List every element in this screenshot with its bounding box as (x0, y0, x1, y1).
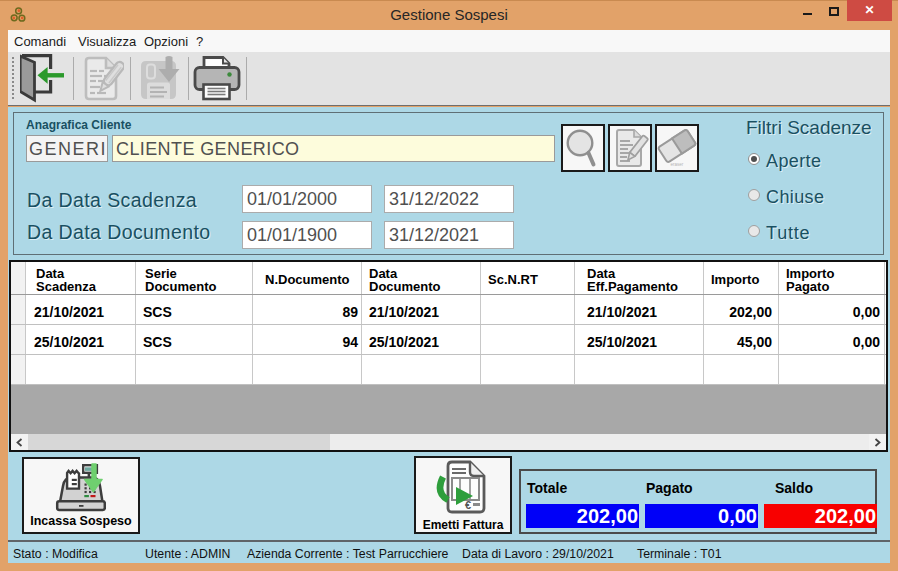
svg-text:€: € (465, 499, 471, 511)
svg-text:eraser: eraser (671, 162, 684, 167)
